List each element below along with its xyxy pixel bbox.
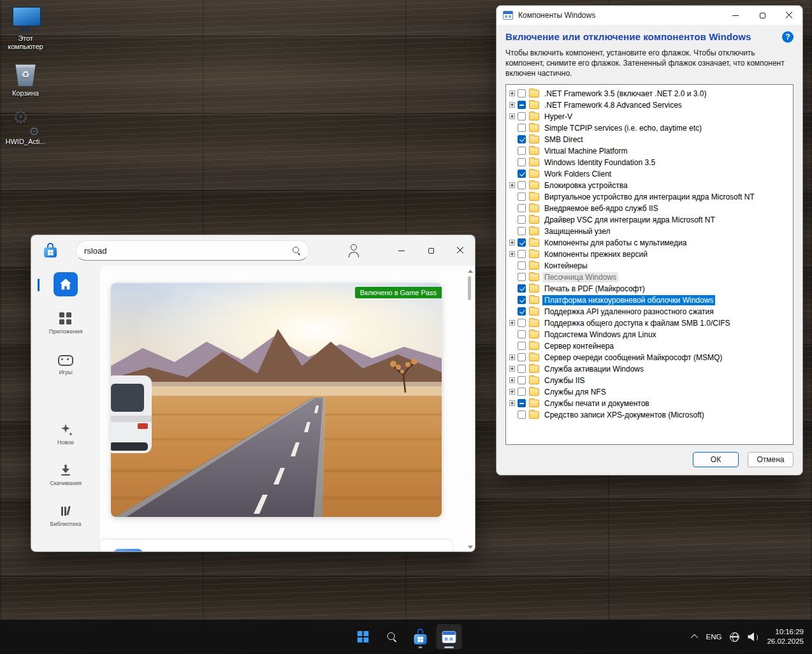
- feature-checkbox[interactable]: [518, 284, 526, 293]
- feature-checkbox[interactable]: [518, 227, 526, 235]
- feature-checkbox[interactable]: [518, 319, 526, 327]
- feature-row[interactable]: Внедряемое веб-ядро служб IIS: [508, 203, 792, 214]
- feature-row[interactable]: Службы печати и документов: [508, 398, 792, 409]
- feature-row[interactable]: Печать в PDF (Майкрософт): [508, 283, 792, 294]
- feature-row[interactable]: Подсистема Windows для Linux: [508, 329, 792, 340]
- expander-icon[interactable]: [509, 113, 515, 119]
- feature-checkbox[interactable]: [518, 215, 526, 224]
- volume-icon[interactable]: [748, 632, 758, 641]
- feature-row[interactable]: Компоненты прежних версий: [508, 249, 792, 260]
- feature-row[interactable]: Средство записи XPS-документов (Microsof…: [508, 409, 792, 421]
- feature-row[interactable]: Песочница Windows: [508, 272, 792, 283]
- clock[interactable]: 10:16:29 26.02.2025: [767, 627, 804, 646]
- feature-checkbox[interactable]: [518, 365, 526, 373]
- taskbar-search-button[interactable]: [379, 624, 405, 650]
- feature-checkbox[interactable]: [518, 193, 526, 201]
- search-input[interactable]: [84, 246, 292, 256]
- sidebar-item-games[interactable]: Игры: [44, 352, 87, 375]
- desktop-icon-this-pc[interactable]: Этот компьютер: [1, 5, 50, 51]
- feature-checkbox[interactable]: [518, 101, 526, 109]
- store-maximize-button[interactable]: [416, 235, 446, 266]
- dialog-close-button[interactable]: [776, 6, 802, 25]
- feature-checkbox[interactable]: [518, 399, 526, 407]
- feature-checkbox[interactable]: [518, 89, 526, 98]
- feature-checkbox[interactable]: [518, 250, 526, 258]
- tray-expand-icon[interactable]: [690, 634, 697, 641]
- hero-card[interactable]: Включено в Game Pass: [111, 283, 442, 517]
- feature-checkbox[interactable]: [518, 353, 526, 361]
- feature-row[interactable]: .NET Framework 3.5 (включает .NET 2.0 и …: [508, 88, 792, 99]
- store-minimize-button[interactable]: [387, 235, 416, 266]
- feature-row[interactable]: Компоненты для работы с мультимедиа: [508, 237, 792, 249]
- help-icon[interactable]: [782, 31, 794, 43]
- expander-icon[interactable]: [509, 91, 515, 96]
- feature-checkbox[interactable]: [518, 411, 526, 419]
- feature-checkbox[interactable]: [518, 307, 526, 316]
- feature-checkbox[interactable]: [518, 273, 526, 281]
- taskbar-store-button[interactable]: [408, 624, 433, 650]
- sidebar-item-new[interactable]: Новое: [44, 423, 87, 446]
- feature-row[interactable]: Драйвер VSC для интеграции ядра Microsof…: [508, 214, 792, 226]
- feature-row[interactable]: Work Folders Client: [508, 168, 792, 180]
- scroll-down-icon[interactable]: [468, 546, 473, 549]
- network-icon[interactable]: [730, 632, 739, 642]
- feature-row[interactable]: Поддержка API удаленного разностного сжа…: [508, 306, 792, 317]
- search-icon[interactable]: [292, 246, 301, 255]
- feature-row[interactable]: Служба активации Windows: [508, 363, 792, 375]
- feature-checkbox[interactable]: [518, 376, 526, 384]
- expander-icon[interactable]: [509, 320, 515, 326]
- feature-checkbox[interactable]: [518, 158, 526, 166]
- feature-row[interactable]: Виртуальное устройство для интеграции яд…: [508, 191, 792, 203]
- feature-row[interactable]: Hyper-V: [508, 111, 792, 122]
- expander-icon[interactable]: [509, 400, 515, 406]
- feature-checkbox[interactable]: [518, 296, 526, 304]
- expander-icon[interactable]: [509, 251, 515, 257]
- scroll-up-icon[interactable]: [468, 270, 473, 273]
- ok-button[interactable]: ОК: [693, 452, 739, 467]
- desktop-icon-hwid-activator[interactable]: HWID_Acti...: [1, 108, 50, 146]
- feature-row[interactable]: Защищенный узел: [508, 226, 792, 237]
- expander-icon[interactable]: [509, 240, 515, 245]
- expander-icon[interactable]: [509, 182, 515, 188]
- feature-checkbox[interactable]: [518, 204, 526, 212]
- feature-row[interactable]: Поддержка общего доступа к файлам SMB 1.…: [508, 317, 792, 329]
- feature-checkbox[interactable]: [518, 147, 526, 155]
- expander-icon[interactable]: [509, 366, 515, 372]
- feature-row[interactable]: Windows Identity Foundation 3.5: [508, 157, 792, 168]
- feature-row[interactable]: Службы IIS: [508, 375, 792, 386]
- sidebar-item-library[interactable]: Библиотека: [44, 504, 87, 527]
- language-indicator[interactable]: ENG: [706, 633, 722, 641]
- expander-icon[interactable]: [509, 102, 515, 108]
- expander-icon[interactable]: [509, 354, 515, 360]
- expander-icon[interactable]: [509, 389, 515, 395]
- sidebar-item-home[interactable]: [44, 272, 87, 296]
- feature-checkbox[interactable]: [518, 388, 526, 396]
- sidebar-item-downloads[interactable]: Скачивания: [44, 463, 87, 486]
- feature-row[interactable]: Службы для NFS: [508, 386, 792, 398]
- store-close-button[interactable]: [446, 235, 475, 266]
- feature-row[interactable]: Контейнеры: [508, 260, 792, 272]
- desktop-icon-recycle-bin[interactable]: Корзина: [1, 61, 50, 98]
- feature-checkbox[interactable]: [518, 135, 526, 143]
- feature-checkbox[interactable]: [518, 124, 526, 132]
- feature-checkbox[interactable]: [518, 330, 526, 338]
- feature-row[interactable]: Virtual Machine Platform: [508, 145, 792, 157]
- feature-row[interactable]: Блокировка устройства: [508, 180, 792, 191]
- feature-row[interactable]: .NET Framework 4.8 Advanced Services: [508, 99, 792, 111]
- taskbar-features-button[interactable]: [437, 624, 462, 650]
- expander-icon[interactable]: [509, 377, 515, 383]
- feature-checkbox[interactable]: [518, 342, 526, 350]
- app-list-item[interactable]: Windows App Runtime: [100, 540, 452, 552]
- sidebar-item-apps[interactable]: Приложения: [44, 312, 87, 335]
- feature-row[interactable]: Simple TCPIP services (i.e. echo, daytim…: [508, 122, 792, 134]
- cancel-button[interactable]: Отмена: [748, 452, 794, 467]
- search-box[interactable]: [76, 240, 309, 261]
- dialog-minimize-button[interactable]: [722, 6, 749, 25]
- feature-checkbox[interactable]: [518, 112, 526, 120]
- feature-row[interactable]: Сервер контейнера: [508, 340, 792, 352]
- store-scrollbar[interactable]: [467, 270, 473, 549]
- feature-checkbox[interactable]: [518, 238, 526, 247]
- feature-checkbox[interactable]: [518, 261, 526, 270]
- scrollbar-thumb[interactable]: [468, 276, 471, 300]
- profile-icon[interactable]: [346, 243, 361, 258]
